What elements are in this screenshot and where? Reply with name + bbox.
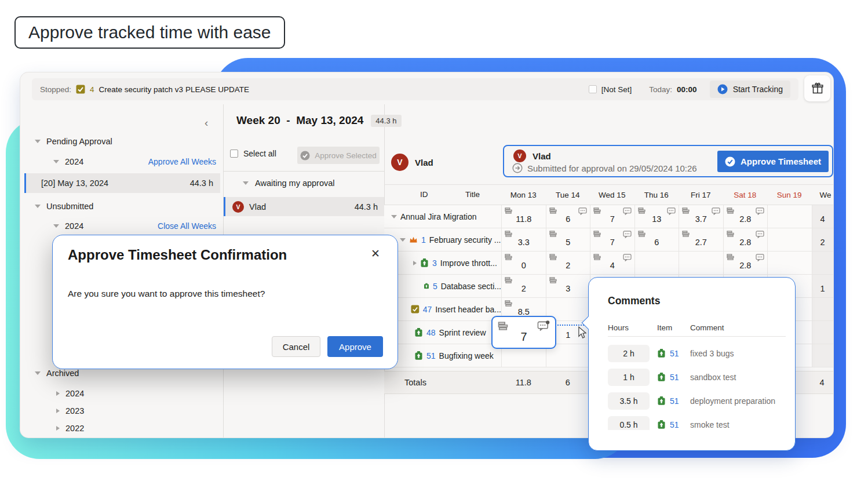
hours-cell[interactable]: 7 [590, 205, 634, 228]
hours-cell[interactable]: 2 [546, 252, 590, 275]
sidebar-item-unsubmitted[interactable]: Unsubmitted [35, 200, 93, 213]
chevron-right-icon[interactable] [56, 409, 60, 413]
chevron-right-icon[interactable] [56, 391, 60, 396]
chevron-down-icon[interactable] [243, 181, 249, 185]
cancel-button[interactable]: Cancel [272, 336, 320, 357]
hours-cell-empty[interactable] [767, 205, 812, 228]
not-set-checkbox[interactable] [589, 85, 597, 93]
tracker-icon [727, 231, 734, 237]
sidebar-item-unsubmitted-2024[interactable]: 2024 Close All Weeks [53, 220, 216, 232]
select-all-checkbox[interactable] [230, 150, 238, 158]
sidebar-item-archived-2022[interactable]: 2022 [56, 422, 84, 435]
issue-cell[interactable]: 48 Sprint review [384, 321, 501, 344]
table-row[interactable]: 3 Improve thrott... 0 2 4 2.8 [384, 252, 833, 275]
hours-cell[interactable]: 3 [546, 275, 590, 298]
improvement-icon [657, 349, 666, 358]
issue-cell[interactable]: 47 Insert header ba... [384, 298, 501, 321]
header-day[interactable]: Tue 14 [546, 191, 590, 199]
today-label: Today: [649, 85, 672, 94]
tracker-icon [593, 231, 601, 237]
issue-cell[interactable]: 1 February security ... [384, 228, 501, 252]
comment-row[interactable]: 2 h 51 fixed 3 bugs [608, 341, 786, 365]
header-day[interactable]: Mon 13 [501, 191, 546, 199]
chevron-right-icon[interactable] [56, 426, 60, 431]
week-hours: 44.3 h [190, 178, 220, 188]
submitted-status: Submitted for approval on 29/05/2024 10:… [527, 163, 697, 173]
header-day-weekend[interactable]: Sat 18 [723, 191, 768, 199]
chevron-right-icon[interactable] [413, 261, 417, 265]
chevron-down-icon[interactable] [391, 215, 397, 218]
issue-cell[interactable]: 5 Database secti... [384, 275, 501, 298]
approve-all-weeks-link[interactable]: Approve All Weeks [148, 157, 216, 166]
hovered-cell-value: 7 [493, 330, 555, 344]
task-title[interactable]: Create security patch v3 PLEASE UPDATE [99, 85, 249, 94]
comment-text: smoke test [690, 420, 786, 429]
header-day[interactable]: Fri 17 [679, 191, 723, 199]
chevron-down-icon[interactable] [35, 371, 41, 375]
chevron-down-icon[interactable] [400, 238, 406, 242]
approve-timesheet-button[interactable]: Approve Timesheet [717, 151, 829, 172]
comment-row[interactable]: 0.5 h 51 smoke test [608, 413, 786, 430]
hours-cell[interactable]: 6 [634, 228, 679, 252]
hours-cell[interactable]: 0 [501, 252, 546, 275]
hours-cell[interactable]: 2 [501, 275, 546, 298]
gift-button[interactable] [804, 75, 830, 101]
person-row-vlad[interactable]: V Vlad 44.3 h [224, 197, 384, 216]
hours-cell[interactable]: 2.8 [723, 205, 768, 228]
table-row[interactable]: Annual Jira Migration 11.8 6 7 13 3.7 2.… [384, 205, 833, 228]
sidebar-collapse-icon[interactable]: ‹ [205, 116, 208, 129]
sidebar-item-pending-2024[interactable]: 2024 Approve All Weeks [53, 155, 216, 168]
select-all-row: Select all [230, 149, 276, 158]
hours-cell[interactable]: 5 [546, 228, 590, 252]
comment-row[interactable]: 1 h 51 sandbox test [608, 365, 786, 389]
hours-pill: 2 h [608, 345, 650, 362]
chevron-down-icon[interactable] [35, 205, 41, 208]
awaiting-approval-group[interactable]: Awaiting my approval [243, 178, 335, 188]
start-tracking-button[interactable]: Start Tracking [710, 81, 790, 98]
issue-cell[interactable]: Annual Jira Migration [384, 205, 501, 228]
hours-cell-empty[interactable] [767, 252, 812, 275]
headline-text: Approve tracked time with ease [28, 23, 271, 42]
hours-cell[interactable]: 3.3 [501, 228, 546, 252]
person-name: Vlad [249, 202, 266, 212]
hours-cell[interactable]: 2.7 [679, 228, 723, 252]
close-all-weeks-link[interactable]: Close All Weeks [158, 221, 216, 231]
hovered-hours-cell[interactable]: 7 [491, 316, 556, 349]
tracker-icon [549, 254, 557, 260]
modal-body: Are you sure you want to approve this ti… [68, 289, 265, 299]
totals-value: 6 [546, 378, 590, 387]
hours-cell[interactable]: 13 [634, 205, 679, 228]
sidebar-item-pending-approval[interactable]: Pending Approval [35, 135, 112, 148]
select-all-label: Select all [243, 149, 276, 158]
sidebar-item-archived-2024[interactable]: 2024 [56, 387, 84, 400]
tracker-icon [549, 207, 557, 214]
issue-cell[interactable]: 3 Improve thrott... [384, 252, 501, 275]
hours-cell-empty[interactable] [634, 252, 679, 275]
hours-cell[interactable]: 2.8 [723, 228, 768, 252]
hours-cell[interactable]: 2.8 [723, 252, 768, 275]
comment-row[interactable]: 3.5 h 51 deployment preparation [608, 389, 786, 413]
hours-cell[interactable]: 6 [546, 205, 590, 228]
chevron-down-icon[interactable] [53, 160, 59, 163]
close-icon[interactable]: ✕ [371, 247, 380, 260]
approve-button[interactable]: Approve [327, 336, 383, 357]
header-day[interactable]: Thu 16 [634, 191, 679, 199]
approve-selected-button[interactable]: Approve Selected [297, 147, 380, 164]
hours-cell[interactable]: 7 [590, 228, 634, 252]
hours-cell[interactable]: 3.7 [679, 205, 723, 228]
hours-cell[interactable]: 4 [590, 252, 634, 275]
header-day[interactable]: Wed 15 [590, 191, 634, 199]
table-row[interactable]: 1 February security ... 3.3 5 7 6 2.7 2.… [384, 228, 833, 252]
hours-cell-empty[interactable] [679, 252, 723, 275]
hours-cell-empty[interactable] [767, 228, 812, 252]
header-day-weekend[interactable]: Sun 19 [767, 191, 812, 199]
comment-notification-icon[interactable] [537, 320, 550, 331]
chevron-down-icon[interactable] [53, 224, 59, 228]
tracker-icon [682, 207, 690, 214]
chevron-down-icon[interactable] [35, 140, 41, 143]
issue-cell[interactable]: 51 Bugfixing week [384, 344, 501, 367]
hours-cell[interactable]: 11.8 [501, 205, 546, 228]
sidebar-item-archived-2023[interactable]: 2023 [56, 405, 84, 417]
divider [224, 171, 384, 172]
sidebar-week-item-selected[interactable]: [20] May 13, 2024 44.3 h [24, 173, 220, 193]
